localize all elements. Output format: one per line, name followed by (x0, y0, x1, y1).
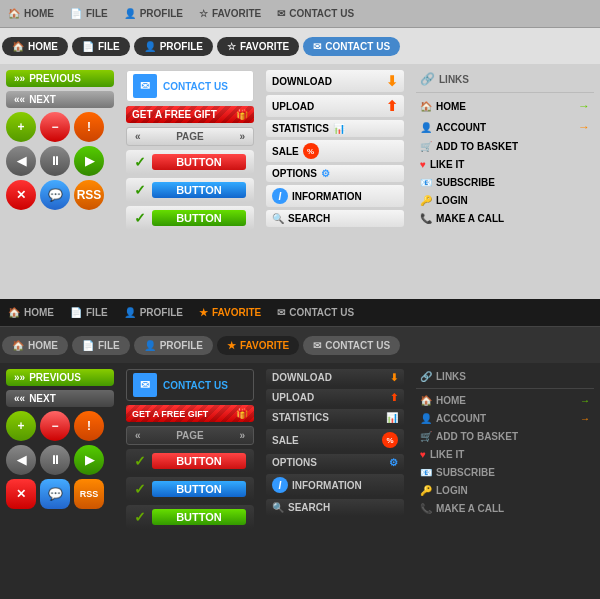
links-row[interactable]: 🔗 LINKS (416, 70, 594, 88)
dark-separator (416, 388, 594, 389)
pill-profile[interactable]: 👤 PROFILE (134, 37, 213, 56)
like-row[interactable]: ♥ LIKE IT (416, 157, 594, 172)
dark-download-row[interactable]: DOWNLOAD ⬇ (266, 369, 404, 386)
dark-basket-row[interactable]: 🛒 ADD TO BASKET (416, 429, 594, 444)
main-content-dark: »» PREVIOUS «« NEXT + − ! ◀ ⏸ ▶ ✕ 💬 RSS (0, 363, 600, 599)
dark-pill-file[interactable]: 📄 FILE (72, 336, 130, 355)
dark-home-row[interactable]: 🏠 HOME → (416, 393, 594, 408)
nav3-file[interactable]: 📄 FILE (62, 307, 116, 318)
dark-login-row[interactable]: 🔑 LOGIN (416, 483, 594, 498)
nav-bar-3: 🏠 HOME 📄 FILE 👤 PROFILE ★ FAVORITE ✉ CON… (0, 299, 600, 327)
dark-pill-contact[interactable]: ✉ CONTACT US (303, 336, 400, 355)
dark-pause-button[interactable]: ⏸ (40, 445, 70, 475)
stats-icon: 📊 (386, 412, 398, 423)
pill-file[interactable]: 📄 FILE (72, 37, 130, 56)
nav-bar-2: 🏠 HOME 📄 FILE 👤 PROFILE ☆ FAVORITE ✉ CON… (0, 28, 600, 64)
rss-button[interactable]: RSS (74, 180, 104, 210)
nav3-profile[interactable]: 👤 PROFILE (116, 307, 191, 318)
dark-like-row[interactable]: ♥ LIKE IT (416, 447, 594, 462)
next-button[interactable]: «« NEXT (6, 91, 114, 108)
previous-button[interactable]: »» PREVIOUS (6, 70, 114, 87)
statistics-row[interactable]: STATISTICS 📊 (266, 120, 404, 137)
dark-button-green[interactable]: ✓ BUTTON (126, 505, 254, 529)
dark-gift-button[interactable]: GET A FREE GIFT 🎁 (126, 405, 254, 422)
login-row[interactable]: 🔑 LOGIN (416, 193, 594, 208)
dark-pill-profile[interactable]: 👤 PROFILE (134, 336, 213, 355)
dark-next-button[interactable]: «« NEXT (6, 390, 114, 407)
home-icon: 🏠 (8, 8, 20, 19)
nav3-home[interactable]: 🏠 HOME (0, 307, 62, 318)
dark-upload-row[interactable]: UPLOAD ⬆ (266, 389, 404, 406)
call-row[interactable]: 📞 MAKE A CALL (416, 211, 594, 226)
nav1-file[interactable]: 📄 FILE (62, 8, 116, 19)
contact-us-button-top[interactable]: ✉ CONTACT US (126, 70, 254, 102)
minus-button[interactable]: − (40, 112, 70, 142)
home-icon: 🏠 (12, 340, 24, 351)
subscribe-row[interactable]: 📧 SUBSCRIBE (416, 175, 594, 190)
dark-button-red[interactable]: ✓ BUTTON (126, 449, 254, 473)
home-row[interactable]: 🏠 HOME → (416, 97, 594, 115)
pill-favorite[interactable]: ☆ FAVORITE (217, 37, 299, 56)
heart-icon: ♥ (420, 449, 426, 460)
button-check-blue[interactable]: ✓ BUTTON (126, 178, 254, 202)
nav1-profile[interactable]: 👤 PROFILE (116, 8, 191, 19)
dark-account-row[interactable]: 👤 ACCOUNT → (416, 411, 594, 426)
mid-left-column: ✉ CONTACT US GET A FREE GIFT 🎁 « PAGE » … (120, 64, 260, 299)
pill-home[interactable]: 🏠 HOME (2, 37, 68, 56)
gift-icon: 🎁 (236, 109, 248, 120)
dark-sale-row[interactable]: SALE % (266, 429, 404, 451)
dark-call-row[interactable]: 📞 MAKE A CALL (416, 501, 594, 516)
check-icon: ✓ (134, 481, 146, 497)
pill-contact[interactable]: ✉ CONTACT US (303, 37, 400, 56)
account-row[interactable]: 👤 ACCOUNT → (416, 118, 594, 136)
nav1-contact[interactable]: ✉ CONTACT US (269, 8, 362, 19)
dark-info-row[interactable]: i INFORMATION (266, 474, 404, 496)
nav1-favorite[interactable]: ☆ FAVORITE (191, 8, 269, 19)
dark-links-row[interactable]: 🔗 LINKS (416, 369, 594, 384)
search-row[interactable]: 🔍 SEARCH (266, 210, 404, 227)
dark-close-button[interactable]: ✕ (6, 479, 36, 509)
dark-contact-button[interactable]: ✉ CONTACT US (126, 369, 254, 401)
button-check-red[interactable]: ✓ BUTTON (126, 150, 254, 174)
dark-add-button[interactable]: + (6, 411, 36, 441)
upload-row[interactable]: UPLOAD ⬆ (266, 95, 404, 117)
sale-row[interactable]: SALE % (266, 140, 404, 162)
information-row[interactable]: i INFORMATION (266, 185, 404, 207)
dark-search-row[interactable]: 🔍 SEARCH (266, 499, 404, 516)
button-check-green[interactable]: ✓ BUTTON (126, 206, 254, 230)
dark-rss-button[interactable]: RSS (74, 479, 104, 509)
close-button[interactable]: ✕ (6, 180, 36, 210)
profile-icon: 👤 (124, 8, 136, 19)
play-button[interactable]: ▶ (74, 146, 104, 176)
check-icon: ✓ (134, 453, 146, 469)
upload-icon: ⬆ (386, 98, 398, 114)
dark-subscribe-row[interactable]: 📧 SUBSCRIBE (416, 465, 594, 480)
dark-pill-home[interactable]: 🏠 HOME (2, 336, 68, 355)
pause-button[interactable]: ⏸ (40, 146, 70, 176)
download-row[interactable]: DOWNLOAD ⬇ (266, 70, 404, 92)
dark-stats-row[interactable]: STATISTICS 📊 (266, 409, 404, 426)
dark-previous-button[interactable]: »» PREVIOUS (6, 369, 114, 386)
nav3-contact[interactable]: ✉ CONTACT US (269, 307, 362, 318)
back-button[interactable]: ◀ (6, 146, 36, 176)
dark-options-row[interactable]: OPTIONS ⚙ (266, 454, 404, 471)
dark-button-blue[interactable]: ✓ BUTTON (126, 477, 254, 501)
dark-alert-button[interactable]: ! (74, 411, 104, 441)
star-icon: ☆ (199, 8, 208, 19)
alert-button[interactable]: ! (74, 112, 104, 142)
dark-pill-favorite[interactable]: ★ FAVORITE (217, 336, 299, 355)
nav1-home[interactable]: 🏠 HOME (0, 8, 62, 19)
dark-play-button[interactable]: ▶ (74, 445, 104, 475)
basket-row[interactable]: 🛒 ADD TO BASKET (416, 139, 594, 154)
dark-page-nav[interactable]: « PAGE » (126, 426, 254, 445)
dark-back-button[interactable]: ◀ (6, 445, 36, 475)
add-button[interactable]: + (6, 112, 36, 142)
dark-minus-button[interactable]: − (40, 411, 70, 441)
nav3-favorite[interactable]: ★ FAVORITE (191, 307, 269, 318)
chat-button[interactable]: 💬 (40, 180, 70, 210)
free-gift-button[interactable]: GET A FREE GIFT 🎁 (126, 106, 254, 123)
dark-chat-button[interactable]: 💬 (40, 479, 70, 509)
page-nav-button[interactable]: « PAGE » (126, 127, 254, 146)
home-icon: 🏠 (8, 307, 20, 318)
options-row[interactable]: OPTIONS ⚙ (266, 165, 404, 182)
